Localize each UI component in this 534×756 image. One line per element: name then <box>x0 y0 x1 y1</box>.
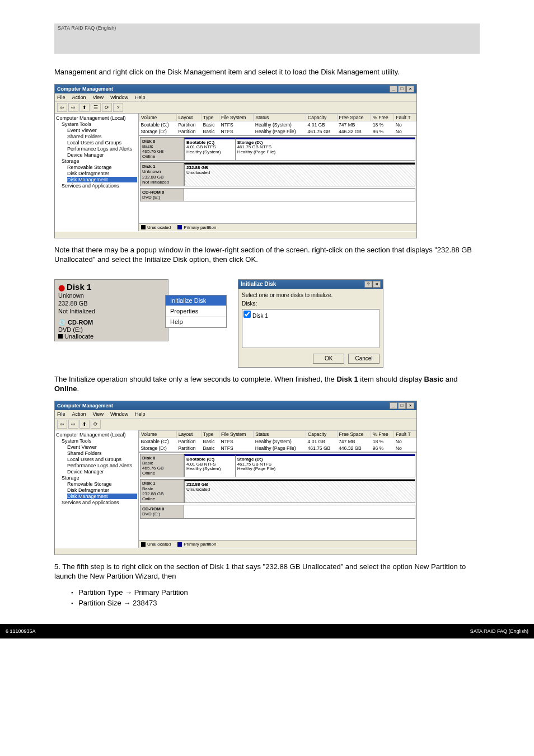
primary-swatch-icon <box>177 225 182 229</box>
titlebar[interactable]: Computer Management _ □ × <box>55 84 416 93</box>
page-footer: 6 11100935A SATA RAID FAQ (English) <box>0 624 534 638</box>
tree-shared-folders[interactable]: Shared Folders <box>67 134 137 139</box>
tree-system-tools[interactable]: System Tools <box>62 121 137 127</box>
partition[interactable]: Bootable (C:)4.01 GB NTFSHealthy (System… <box>184 454 235 477</box>
disk-checkbox-item[interactable]: Disk 1 <box>243 313 268 319</box>
table-row[interactable]: Bootable (C:)PartitionBasicNTFSHealthy (… <box>139 438 416 445</box>
col-volume[interactable]: Volume <box>139 114 177 121</box>
nav-tree[interactable]: Computer Management (Local) System Tools… <box>55 430 139 548</box>
tree-removable[interactable]: Removable Storage <box>67 165 137 170</box>
menu-properties[interactable]: Properties <box>166 306 226 317</box>
tree-defrag[interactable]: Disk Defragmenter <box>67 171 137 176</box>
up-icon[interactable]: ⬆ <box>79 103 90 112</box>
menu-help[interactable]: Help <box>135 95 146 100</box>
minimize-icon[interactable]: _ <box>390 86 397 92</box>
col-status[interactable]: Status <box>254 114 306 121</box>
computer-management-window-2: Computer Management _ □ × File Action Vi… <box>54 401 417 555</box>
partition[interactable]: Bootable (C:)4.01 GB NTFSHealthy (System… <box>184 138 235 161</box>
disk1-state: Not Initialized <box>58 308 165 316</box>
disk-row[interactable]: CD-ROM 0DVD (E:) <box>140 505 415 518</box>
nav-tree[interactable]: Computer Management (Local) System Tools… <box>55 114 139 231</box>
table-row[interactable]: Storage (D:)PartitionBasicNTFSHealthy (P… <box>139 445 416 452</box>
col-layout[interactable]: Layout <box>176 114 201 121</box>
dialog-instruction: Select one or more disks to initialize. <box>242 292 380 298</box>
close-icon[interactable]: × <box>406 402 414 409</box>
tree-services[interactable]: Services and Applications <box>62 183 137 189</box>
col-capacity[interactable]: Capacity <box>306 114 338 121</box>
statusbar <box>55 231 416 238</box>
disk-row[interactable]: Disk 0Basic465.76 GBOnlineBootable (C:)4… <box>140 137 415 161</box>
titlebar[interactable]: Computer Management _ □ × <box>55 401 416 410</box>
header-label: SATA RAID FAQ (English) <box>58 25 116 31</box>
forward-icon[interactable]: ⇨ <box>68 420 78 429</box>
minimize-icon[interactable]: _ <box>390 402 397 409</box>
disk-row[interactable]: Disk 0Basic465.76 GBOnlineBootable (C:)4… <box>140 454 415 478</box>
col-pct[interactable]: % Free <box>371 114 394 121</box>
menu-action[interactable]: Action <box>72 95 86 100</box>
col-fault[interactable]: Fault T <box>394 114 416 121</box>
partition[interactable]: Storage (D:)461.75 GB NTFSHealthy (Page … <box>235 454 415 477</box>
disk1-checkbox[interactable] <box>243 311 251 318</box>
tree-shared-folders[interactable]: Shared Folders <box>67 450 137 456</box>
refresh-icon[interactable]: ⟳ <box>91 420 101 429</box>
menu-file[interactable]: File <box>57 95 65 100</box>
partition[interactable]: 232.88 GBUnallocated <box>184 163 415 186</box>
forward-icon[interactable]: ⇨ <box>68 103 78 112</box>
refresh-icon[interactable]: ⟳ <box>102 103 112 112</box>
tree-root[interactable]: Computer Management (Local) <box>56 115 137 121</box>
close-icon[interactable]: × <box>406 86 414 92</box>
tree-event-viewer[interactable]: Event Viewer <box>67 444 137 450</box>
tree-local-users[interactable]: Local Users and Groups <box>67 457 137 462</box>
disk1-context-block: ⬤ Disk 1 Unknown 232.88 GB Not Initializ… <box>54 279 168 341</box>
tree-services[interactable]: Services and Applications <box>62 500 137 505</box>
properties-icon[interactable]: ☰ <box>91 103 101 112</box>
help-icon[interactable]: ? <box>113 103 123 112</box>
col-fs[interactable]: File System <box>219 114 254 121</box>
tree-root[interactable]: Computer Management (Local) <box>56 432 137 438</box>
tree-device-manager[interactable]: Device Manager <box>67 469 137 475</box>
table-row[interactable]: Storage (D:)PartitionBasicNTFSHealthy (P… <box>139 128 416 135</box>
menu-view[interactable]: View <box>93 411 104 417</box>
back-icon[interactable]: ⇦ <box>57 103 67 112</box>
tree-defrag[interactable]: Disk Defragmenter <box>67 487 137 493</box>
tree-local-users[interactable]: Local Users and Groups <box>67 140 137 145</box>
disk-row[interactable]: Disk 1Basic232.88 GBOnline232.88 GBUnall… <box>140 479 415 503</box>
tree-removable[interactable]: Removable Storage <box>67 481 137 487</box>
maximize-icon[interactable]: □ <box>398 86 406 92</box>
tree-event-viewer[interactable]: Event Viewer <box>67 128 137 133</box>
tree-perf-logs[interactable]: Performance Logs and Alerts <box>67 146 137 152</box>
menu-window[interactable]: Window <box>110 411 128 417</box>
bullet-partition-type: Partition Type → Primary Partition <box>71 588 480 597</box>
tree-storage[interactable]: Storage <box>62 158 137 164</box>
tree-disk-management[interactable]: Disk Management <box>67 177 137 182</box>
cancel-button[interactable]: Cancel <box>348 354 380 364</box>
dialog-help-icon[interactable]: ? <box>364 281 372 288</box>
disk-row[interactable]: CD-ROM 0DVD (E:) <box>140 188 415 201</box>
table-row[interactable]: Bootable (C:)PartitionBasicNTFSHealthy (… <box>139 121 416 128</box>
col-free[interactable]: Free Space <box>337 114 371 121</box>
up-icon[interactable]: ⬆ <box>79 420 90 429</box>
partition[interactable]: 232.88 GBUnallocated <box>184 480 415 503</box>
menu-action[interactable]: Action <box>72 411 86 417</box>
partition[interactable]: Storage (D:)461.75 GB NTFSHealthy (Page … <box>235 138 415 161</box>
col-type[interactable]: Type <box>202 114 219 121</box>
tree-perf-logs[interactable]: Performance Logs and Alerts <box>67 463 137 468</box>
tree-disk-management[interactable]: Disk Management <box>67 494 137 499</box>
tree-device-manager[interactable]: Device Manager <box>67 152 137 158</box>
menu-initialize-disk[interactable]: Initialize Disk <box>166 295 226 306</box>
dialog-close-icon[interactable]: × <box>373 281 381 288</box>
bullet-partition-size: Partition Size → 238473 <box>71 599 480 607</box>
disk-row[interactable]: Disk 1Unknown232.88 GBNot Initialized232… <box>140 162 415 186</box>
menu-window[interactable]: Window <box>110 95 128 100</box>
tree-storage[interactable]: Storage <box>62 475 137 481</box>
menu-view[interactable]: View <box>93 95 104 100</box>
maximize-icon[interactable]: □ <box>398 402 406 409</box>
tree-system-tools[interactable]: System Tools <box>62 438 137 444</box>
disk1-size: 232.88 GB <box>58 300 165 308</box>
intro-paragraph: Management and right click on the Disk M… <box>54 67 480 77</box>
back-icon[interactable]: ⇦ <box>57 420 67 429</box>
menu-help[interactable]: Help <box>135 411 146 417</box>
menu-help[interactable]: Help <box>166 317 226 327</box>
menu-file[interactable]: File <box>57 411 65 417</box>
ok-button[interactable]: OK <box>313 354 344 364</box>
